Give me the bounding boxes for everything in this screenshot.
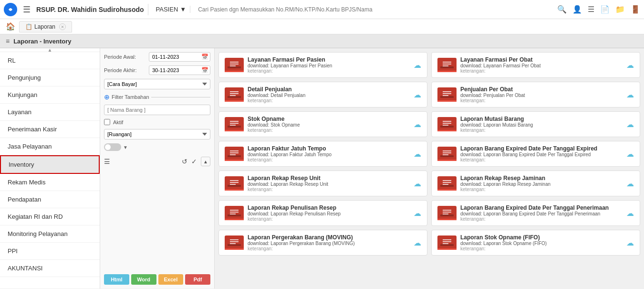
tab-close-button[interactable]: × [59, 23, 66, 30]
search-icon-btn[interactable]: 🔍 [557, 5, 567, 14]
toggle-button[interactable] [104, 143, 121, 151]
sidebar-item-rekam-medis[interactable]: Rekam Medis [0, 174, 100, 191]
report-download-button[interactable]: ☁ [414, 61, 421, 70]
report-card[interactable]: Laporan Barang Expired Date Per Tanggal … [431, 141, 640, 167]
report-download-button[interactable]: ☁ [626, 179, 634, 188]
home-tab-button[interactable]: 🏠 [2, 20, 19, 33]
sidebar-item-kunjungan[interactable]: Kunjungan [0, 86, 100, 104]
aktif-checkbox[interactable] [104, 119, 110, 125]
report-download-button[interactable]: ☁ [626, 120, 634, 129]
sidebar-item-pengunjung[interactable]: Pengunjung [0, 69, 100, 86]
report-download-button[interactable]: ☁ [626, 238, 634, 247]
scroll-up-button[interactable]: ▲ [201, 157, 210, 166]
logout-icon-btn[interactable]: 🚪 [631, 5, 640, 14]
cara-bayar-select[interactable]: [Cara Bayar] [104, 79, 210, 89]
html-export-button[interactable]: Html [104, 274, 129, 285]
calendar-end-icon[interactable]: 📅 [201, 67, 208, 74]
report-card[interactable]: Laporan Faktur Jatuh Tempo download: Lap… [218, 141, 427, 167]
report-download-button[interactable]: ☁ [414, 209, 421, 218]
report-card-keterangan: keterangan: [460, 187, 623, 192]
report-card-text: Laporan Rekap Penulisan Resep download: … [248, 204, 410, 222]
ruangan-select[interactable]: [Ruangan] [104, 129, 210, 139]
report-card-keterangan: keterangan: [460, 98, 623, 103]
sidebar-item-kegiatan-ri[interactable]: Kegiatan RI dan RD [0, 208, 100, 225]
report-card[interactable]: Laporan Barang Expired Date Per Tanggal … [431, 200, 640, 226]
aktif-label: Aktif [113, 119, 123, 125]
report-card[interactable]: Layanan Farmasi Per Pasien download: Lay… [218, 52, 427, 78]
laporan-tab[interactable]: 📋 Laporan × [19, 21, 72, 32]
report-download-button[interactable]: ☁ [414, 120, 421, 129]
sidebar-item-monitoring[interactable]: Monitoring Pelayanan [0, 225, 100, 243]
report-download-button[interactable]: ☁ [414, 179, 421, 188]
report-download-button[interactable]: ☁ [626, 61, 634, 70]
svg-rect-67 [440, 244, 454, 246]
document-icon-btn[interactable]: 📄 [600, 5, 610, 14]
report-card-text: Stok Opname download: Stok Opname ketera… [248, 116, 410, 133]
calendar-icon[interactable]: 📅 [201, 54, 208, 60]
user-icon-btn[interactable]: 👤 [572, 5, 582, 14]
sidebar-item-penerimaan-kasir[interactable]: Penerimaan Kasir [0, 121, 100, 138]
report-card-icon [225, 206, 244, 220]
report-card-download: download: Penjualan Per Obat [460, 93, 623, 98]
report-card-download: download: Laporan Faktur Jatuh Tempo [248, 152, 410, 157]
report-card[interactable]: Detail Penjualan download: Detail Penjua… [218, 82, 427, 107]
main-layout: ▲ RL Pengunjung Kunjungan Layanan Peneri… [0, 48, 644, 289]
sidebar-item-ppi[interactable]: PPI [0, 243, 100, 260]
report-card-title: Laporan Faktur Jatuh Tempo [248, 145, 410, 152]
report-card[interactable]: Laporan Rekap Resep Unit download: Lapor… [218, 171, 427, 196]
report-card-icon [437, 58, 457, 72]
svg-rect-7 [440, 66, 454, 68]
report-card[interactable]: Penjualan Per Obat download: Penjualan P… [431, 82, 640, 107]
toggle-row: ▼ [104, 143, 210, 151]
sidebar-item-layanan[interactable]: Layanan [0, 104, 100, 121]
report-card-keterangan: keterangan: [460, 128, 623, 133]
report-download-button[interactable]: ☁ [414, 90, 421, 99]
report-card[interactable]: Stok Opname download: Stok Opname ketera… [218, 111, 427, 137]
report-card-download: download: Laporan Mutasi Barang [460, 122, 623, 128]
list-view-icon[interactable]: ☰ [104, 158, 110, 165]
sidebar-item-jasa-pelayanan[interactable]: Jasa Pelayanan [0, 138, 100, 155]
menu-button[interactable]: ☰ [21, 2, 32, 17]
report-card-title: Laporan Stok Opname (FIFO) [460, 234, 623, 241]
list-icon-btn[interactable]: ☰ [588, 5, 594, 14]
pdf-export-button[interactable]: Pdf [185, 274, 210, 285]
sidebar-item-rl[interactable]: RL [0, 52, 100, 69]
report-card-keterangan: keterangan: [248, 246, 410, 251]
pasien-dropdown[interactable]: PASIEN ▼ [152, 6, 191, 13]
report-download-button[interactable]: ☁ [414, 238, 421, 247]
report-card[interactable]: Laporan Rekap Penulisan Resep download: … [218, 200, 427, 226]
plus-icon[interactable]: ⊕ [104, 93, 110, 101]
report-download-button[interactable]: ☁ [626, 150, 634, 159]
svg-rect-47 [440, 185, 454, 187]
report-card[interactable]: Laporan Pergerakan Barang (MOVING) downl… [218, 230, 427, 256]
pasien-chevron-icon: ▼ [180, 6, 186, 13]
report-card-title: Detail Penjualan [248, 86, 410, 93]
report-card-keterangan: keterangan: [460, 216, 623, 222]
report-card[interactable]: Laporan Stok Opname (FIFO) download: Lap… [431, 230, 640, 256]
sidebar-item-akuntansi[interactable]: AKUNTANSI [0, 260, 100, 277]
report-card[interactable]: Laporan Rekap Resep Jaminan download: La… [431, 171, 640, 196]
report-card[interactable]: Laporan Mutasi Barang download: Laporan … [431, 111, 640, 137]
reset-icon[interactable]: ↺ [182, 158, 187, 165]
report-card[interactable]: Layanan Farmasi Per Obat download: Layan… [431, 52, 640, 78]
aktif-row: Aktif [104, 119, 210, 125]
report-card-download: download: Detail Penjualan [248, 93, 410, 98]
laporan-tab-label: Laporan [34, 23, 55, 30]
check-icon[interactable]: ✓ [191, 158, 197, 165]
search-input[interactable] [194, 4, 553, 15]
sidebar-item-inventory[interactable]: Inventory [0, 155, 100, 174]
periode-awal-input-wrapper: 📅 [149, 52, 210, 62]
excel-export-button[interactable]: Excel [158, 274, 184, 285]
report-card-keterangan: keterangan: [460, 68, 623, 74]
folder-icon-btn[interactable]: 📁 [615, 5, 625, 14]
report-card-text: Laporan Pergerakan Barang (MOVING) downl… [248, 234, 410, 251]
nama-barang-input[interactable] [104, 105, 210, 115]
svg-rect-42 [228, 185, 241, 187]
report-download-button[interactable]: ☁ [626, 209, 634, 218]
sidebar-item-pendapatan[interactable]: Pendapatan [0, 191, 100, 208]
word-export-button[interactable]: Word [131, 274, 156, 285]
report-download-button[interactable]: ☁ [414, 150, 421, 159]
pasien-label: PASIEN [156, 6, 178, 13]
report-download-button[interactable]: ☁ [626, 90, 634, 99]
report-card-title: Laporan Rekap Resep Jaminan [460, 175, 623, 182]
